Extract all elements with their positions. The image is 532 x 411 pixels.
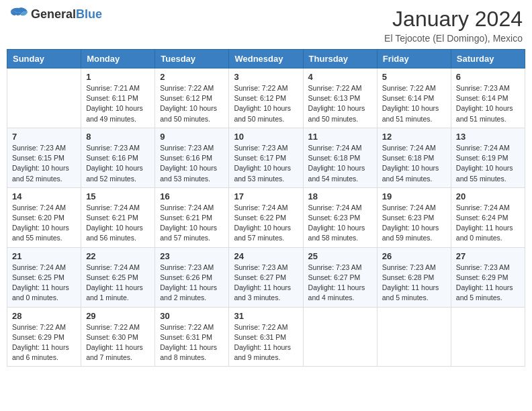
day-info: Sunrise: 7:23 AMSunset: 6:29 PMDaylight:… xyxy=(456,263,520,304)
calendar-cell: 7Sunrise: 7:23 AMSunset: 6:15 PMDaylight… xyxy=(7,128,81,187)
day-info: Sunrise: 7:23 AMSunset: 6:16 PMDaylight:… xyxy=(86,143,150,184)
day-info: Sunrise: 7:22 AMSunset: 6:13 PMDaylight:… xyxy=(308,83,372,124)
day-number: 25 xyxy=(308,251,372,261)
calendar-cell: 2Sunrise: 7:22 AMSunset: 6:12 PMDaylight… xyxy=(155,68,229,128)
logo-bird-icon xyxy=(9,7,28,21)
day-number: 4 xyxy=(308,72,372,82)
day-info: Sunrise: 7:21 AMSunset: 6:11 PMDaylight:… xyxy=(86,83,150,124)
calendar-cell: 16Sunrise: 7:24 AMSunset: 6:21 PMDayligh… xyxy=(155,187,229,247)
calendar-cell: 8Sunrise: 7:23 AMSunset: 6:16 PMDaylight… xyxy=(81,128,155,187)
day-number: 19 xyxy=(382,191,446,201)
day-info: Sunrise: 7:24 AMSunset: 6:21 PMDaylight:… xyxy=(86,203,150,244)
day-number: 7 xyxy=(12,132,76,142)
month-title: January 2024 xyxy=(384,7,523,32)
day-info: Sunrise: 7:24 AMSunset: 6:25 PMDaylight:… xyxy=(12,263,76,304)
calendar-cell: 26Sunrise: 7:23 AMSunset: 6:28 PMDayligh… xyxy=(377,247,451,307)
week-row-3: 14Sunrise: 7:24 AMSunset: 6:20 PMDayligh… xyxy=(7,187,525,247)
day-number: 31 xyxy=(234,311,298,321)
calendar-cell: 20Sunrise: 7:24 AMSunset: 6:24 PMDayligh… xyxy=(451,187,525,247)
day-number: 11 xyxy=(308,132,372,142)
day-info: Sunrise: 7:24 AMSunset: 6:18 PMDaylight:… xyxy=(382,143,446,184)
day-number: 20 xyxy=(456,191,520,201)
day-info: Sunrise: 7:24 AMSunset: 6:25 PMDaylight:… xyxy=(86,263,150,304)
day-number: 26 xyxy=(382,251,446,261)
calendar-cell xyxy=(451,307,525,367)
day-info: Sunrise: 7:24 AMSunset: 6:21 PMDaylight:… xyxy=(160,203,224,244)
header: GeneralBlue January 2024 El Tejocote (El… xyxy=(7,7,525,44)
col-header-monday: Monday xyxy=(81,50,155,68)
calendar-cell: 1Sunrise: 7:21 AMSunset: 6:11 PMDaylight… xyxy=(81,68,155,128)
calendar-cell: 25Sunrise: 7:23 AMSunset: 6:27 PMDayligh… xyxy=(303,247,377,307)
calendar-cell: 21Sunrise: 7:24 AMSunset: 6:25 PMDayligh… xyxy=(7,247,81,307)
col-header-saturday: Saturday xyxy=(451,50,525,68)
day-number: 24 xyxy=(234,251,298,261)
day-info: Sunrise: 7:23 AMSunset: 6:28 PMDaylight:… xyxy=(382,263,446,304)
logo-blue: Blue xyxy=(76,7,102,21)
day-number: 27 xyxy=(456,251,520,261)
day-info: Sunrise: 7:22 AMSunset: 6:29 PMDaylight:… xyxy=(12,322,76,363)
day-number: 16 xyxy=(160,191,224,201)
day-info: Sunrise: 7:22 AMSunset: 6:12 PMDaylight:… xyxy=(160,83,224,124)
days-header-row: SundayMondayTuesdayWednesdayThursdayFrid… xyxy=(7,50,525,68)
day-number: 15 xyxy=(86,191,150,201)
day-info: Sunrise: 7:24 AMSunset: 6:23 PMDaylight:… xyxy=(382,203,446,244)
logo: GeneralBlue xyxy=(9,7,102,21)
day-info: Sunrise: 7:24 AMSunset: 6:19 PMDaylight:… xyxy=(456,143,520,184)
week-row-2: 7Sunrise: 7:23 AMSunset: 6:15 PMDaylight… xyxy=(7,128,525,187)
calendar-cell: 12Sunrise: 7:24 AMSunset: 6:18 PMDayligh… xyxy=(377,128,451,187)
day-number: 13 xyxy=(456,132,520,142)
day-number: 8 xyxy=(86,132,150,142)
day-number: 23 xyxy=(160,251,224,261)
day-number: 18 xyxy=(308,191,372,201)
day-info: Sunrise: 7:23 AMSunset: 6:15 PMDaylight:… xyxy=(12,143,76,184)
day-info: Sunrise: 7:24 AMSunset: 6:20 PMDaylight:… xyxy=(12,203,76,244)
location-title: El Tejocote (El Domingo), Mexico xyxy=(384,33,523,44)
day-info: Sunrise: 7:24 AMSunset: 6:18 PMDaylight:… xyxy=(308,143,372,184)
calendar-cell xyxy=(377,307,451,367)
calendar-cell xyxy=(303,307,377,367)
calendar-cell: 13Sunrise: 7:24 AMSunset: 6:19 PMDayligh… xyxy=(451,128,525,187)
calendar-cell: 22Sunrise: 7:24 AMSunset: 6:25 PMDayligh… xyxy=(81,247,155,307)
calendar-cell: 24Sunrise: 7:23 AMSunset: 6:27 PMDayligh… xyxy=(229,247,303,307)
calendar-cell: 29Sunrise: 7:22 AMSunset: 6:30 PMDayligh… xyxy=(81,307,155,367)
calendar-cell: 17Sunrise: 7:24 AMSunset: 6:22 PMDayligh… xyxy=(229,187,303,247)
col-header-tuesday: Tuesday xyxy=(155,50,229,68)
calendar-cell: 19Sunrise: 7:24 AMSunset: 6:23 PMDayligh… xyxy=(377,187,451,247)
day-info: Sunrise: 7:23 AMSunset: 6:27 PMDaylight:… xyxy=(234,263,298,304)
day-number: 5 xyxy=(382,72,446,82)
day-info: Sunrise: 7:22 AMSunset: 6:31 PMDaylight:… xyxy=(160,322,224,363)
col-header-wednesday: Wednesday xyxy=(229,50,303,68)
logo-text: GeneralBlue xyxy=(31,7,102,21)
week-row-4: 21Sunrise: 7:24 AMSunset: 6:25 PMDayligh… xyxy=(7,247,525,307)
day-info: Sunrise: 7:22 AMSunset: 6:30 PMDaylight:… xyxy=(86,322,150,363)
day-number: 29 xyxy=(86,311,150,321)
logo-general: General xyxy=(31,7,76,21)
day-info: Sunrise: 7:22 AMSunset: 6:12 PMDaylight:… xyxy=(234,83,298,124)
day-number: 2 xyxy=(160,72,224,82)
day-number: 28 xyxy=(12,311,76,321)
calendar-cell: 11Sunrise: 7:24 AMSunset: 6:18 PMDayligh… xyxy=(303,128,377,187)
day-info: Sunrise: 7:23 AMSunset: 6:14 PMDaylight:… xyxy=(456,83,520,124)
day-number: 10 xyxy=(234,132,298,142)
calendar-cell: 30Sunrise: 7:22 AMSunset: 6:31 PMDayligh… xyxy=(155,307,229,367)
day-number: 12 xyxy=(382,132,446,142)
col-header-sunday: Sunday xyxy=(7,50,81,68)
calendar-cell: 5Sunrise: 7:22 AMSunset: 6:14 PMDaylight… xyxy=(377,68,451,128)
day-info: Sunrise: 7:23 AMSunset: 6:26 PMDaylight:… xyxy=(160,263,224,304)
day-number: 3 xyxy=(234,72,298,82)
day-number: 6 xyxy=(456,72,520,82)
day-number: 22 xyxy=(86,251,150,261)
calendar-cell: 28Sunrise: 7:22 AMSunset: 6:29 PMDayligh… xyxy=(7,307,81,367)
day-info: Sunrise: 7:23 AMSunset: 6:16 PMDaylight:… xyxy=(160,143,224,184)
calendar-cell: 4Sunrise: 7:22 AMSunset: 6:13 PMDaylight… xyxy=(303,68,377,128)
day-info: Sunrise: 7:24 AMSunset: 6:22 PMDaylight:… xyxy=(234,203,298,244)
calendar-cell: 18Sunrise: 7:24 AMSunset: 6:23 PMDayligh… xyxy=(303,187,377,247)
calendar-cell: 27Sunrise: 7:23 AMSunset: 6:29 PMDayligh… xyxy=(451,247,525,307)
calendar-cell xyxy=(7,68,81,128)
col-header-thursday: Thursday xyxy=(303,50,377,68)
day-info: Sunrise: 7:23 AMSunset: 6:27 PMDaylight:… xyxy=(308,263,372,304)
calendar-cell: 31Sunrise: 7:22 AMSunset: 6:31 PMDayligh… xyxy=(229,307,303,367)
day-info: Sunrise: 7:22 AMSunset: 6:14 PMDaylight:… xyxy=(382,83,446,124)
day-info: Sunrise: 7:24 AMSunset: 6:23 PMDaylight:… xyxy=(308,203,372,244)
day-number: 30 xyxy=(160,311,224,321)
